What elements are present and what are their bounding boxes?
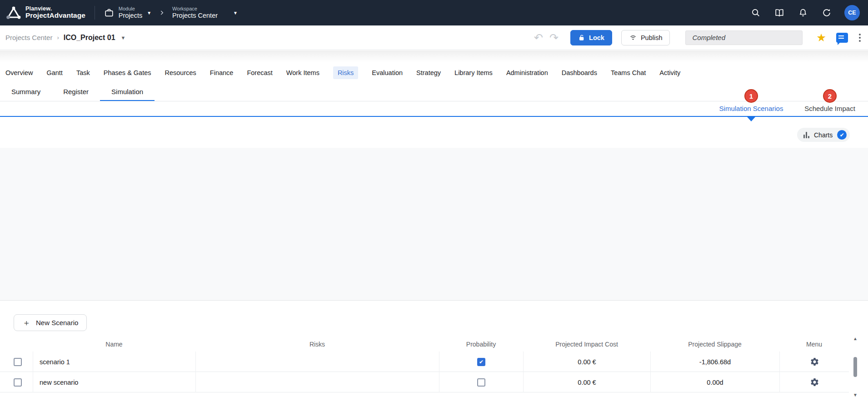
redo-icon[interactable]: ↷: [549, 32, 559, 43]
bar-chart-icon: [803, 132, 809, 138]
step-1-badge: 1: [744, 89, 758, 103]
publish-button[interactable]: Publish: [621, 30, 670, 45]
charts-toggle-label: Charts: [814, 131, 833, 139]
probability-checkbox[interactable]: ✔: [477, 358, 485, 366]
avatar[interactable]: CE: [844, 5, 860, 20]
breadcrumb-root[interactable]: Projects Center: [5, 34, 52, 41]
status-value: Completed: [692, 34, 725, 41]
projected-slippage-cell: 0.00d: [707, 379, 723, 386]
chevron-right-icon: [159, 10, 165, 16]
subtab-simulation[interactable]: Simulation: [100, 83, 155, 101]
top-navbar: Planview. ProjectAdvantage Module Projec…: [0, 0, 868, 25]
nav-divider: [95, 6, 95, 20]
tab-dashboards[interactable]: Dashboards: [562, 66, 597, 79]
plus-icon: ＋: [22, 317, 30, 328]
tab-gantt[interactable]: Gantt: [46, 66, 62, 79]
scenario-name-cell[interactable]: scenario 1: [33, 352, 195, 372]
risks-cell[interactable]: [195, 372, 439, 392]
tab-resources[interactable]: Resources: [165, 66, 196, 79]
column-header-name[interactable]: Name: [33, 341, 195, 348]
table-scrollbar[interactable]: ▲ ▼: [852, 336, 859, 397]
scenario-name-cell[interactable]: new scenario: [33, 372, 195, 392]
wizard-step-2[interactable]: 2 Schedule Impact: [784, 89, 868, 112]
notifications-bell-icon[interactable]: [797, 7, 809, 19]
tab-library-items[interactable]: Library Items: [454, 66, 493, 79]
module-switcher[interactable]: Module Projects ▼: [104, 6, 151, 19]
status-field[interactable]: Completed: [685, 30, 803, 45]
column-header-projected-slippage[interactable]: Projected Slippage: [650, 341, 779, 348]
briefcase-icon: [104, 8, 114, 18]
scroll-down-icon[interactable]: ▼: [853, 392, 858, 397]
risks-cell[interactable]: [195, 352, 439, 372]
projected-impact-cost-cell: 0.00 €: [578, 379, 596, 386]
column-header-probability[interactable]: Probability: [439, 341, 523, 348]
wizard-pointer-triangle: [747, 117, 755, 126]
table-header-row: Name Risks Probability Projected Impact …: [0, 337, 849, 352]
column-header-menu: Menu: [779, 341, 849, 348]
tab-activity[interactable]: Activity: [659, 66, 680, 79]
risks-sub-tab-bar: Summary Register Simulation: [0, 83, 155, 101]
lock-button[interactable]: Lock: [570, 30, 612, 45]
projected-slippage-cell: -1,806.68d: [699, 358, 731, 366]
kebab-menu-icon[interactable]: [859, 34, 861, 42]
subtab-summary[interactable]: Summary: [0, 83, 52, 101]
scrollbar-thumb[interactable]: [853, 357, 857, 377]
probability-checkbox[interactable]: ✔: [477, 378, 485, 387]
gear-icon[interactable]: [810, 357, 819, 367]
tab-risks[interactable]: Risks: [333, 66, 358, 79]
row-select-checkbox[interactable]: ✔: [14, 358, 22, 366]
tab-task[interactable]: Task: [76, 66, 90, 79]
tab-overview[interactable]: Overview: [5, 66, 33, 79]
breadcrumb: Projects Center › ICO_Project 01 ▼: [0, 34, 125, 42]
tab-phases-gates[interactable]: Phases & Gates: [104, 66, 151, 79]
new-scenario-button[interactable]: ＋ New Scenario: [14, 314, 87, 331]
navbar-actions: CE: [750, 5, 868, 20]
column-header-projected-impact-cost[interactable]: Projected Impact Cost: [523, 341, 650, 348]
table-row: ✔ scenario 1 ✔ 0.00 € -1,806.68d: [0, 352, 849, 372]
table-row: ✔ new scenario ✔ 0.00 € 0.00d: [0, 372, 849, 392]
scroll-up-icon[interactable]: ▲: [853, 336, 858, 341]
new-scenario-button-label: New Scenario: [36, 319, 78, 327]
toolbar-actions: ↶ ↷ Lock: [534, 30, 868, 45]
brand-line2: ProjectAdvantage: [25, 12, 85, 19]
publish-broadcast-icon: [629, 34, 637, 41]
planview-logo-icon: [6, 6, 21, 19]
tab-evaluation[interactable]: Evaluation: [372, 66, 403, 79]
library-book-icon[interactable]: [773, 7, 785, 19]
comments-icon[interactable]: [836, 33, 848, 43]
chevron-down-icon[interactable]: ▼: [233, 10, 238, 15]
charts-toggle[interactable]: Charts ✔: [797, 128, 850, 142]
chevron-down-icon[interactable]: ▼: [147, 10, 151, 15]
workspace-value: Projects Center: [172, 12, 218, 20]
breadcrumb-current: ICO_Project 01: [64, 34, 115, 42]
wizard-step-1[interactable]: 1 Simulation Scenarios: [706, 89, 797, 112]
wizard-progress-line: [0, 116, 868, 117]
unlock-icon: [578, 34, 585, 41]
gear-icon[interactable]: [810, 377, 819, 387]
tab-work-items[interactable]: Work Items: [286, 66, 319, 79]
check-circle-icon[interactable]: ✔: [837, 130, 847, 140]
chevron-down-icon[interactable]: ▼: [121, 35, 126, 40]
module-value: Projects: [119, 12, 142, 20]
step-2-label[interactable]: Schedule Impact: [784, 105, 868, 112]
search-icon[interactable]: [750, 7, 762, 19]
subtab-register[interactable]: Register: [52, 83, 100, 101]
tab-strategy[interactable]: Strategy: [416, 66, 441, 79]
refresh-icon[interactable]: [821, 7, 833, 19]
undo-icon[interactable]: ↶: [534, 32, 543, 43]
row-select-checkbox[interactable]: ✔: [14, 378, 22, 387]
brand[interactable]: Planview. ProjectAdvantage: [0, 6, 85, 19]
chart-section: Time Impact Cost Impact 30,000.00d 20,00…: [0, 148, 868, 300]
projected-impact-cost-cell: 0.00 €: [578, 358, 596, 366]
tab-teams-chat[interactable]: Teams Chat: [611, 66, 646, 79]
tab-forecast[interactable]: Forecast: [247, 66, 272, 79]
column-header-risks[interactable]: Risks: [195, 341, 439, 348]
step-1-label[interactable]: Simulation Scenarios: [706, 105, 797, 112]
tab-finance[interactable]: Finance: [210, 66, 234, 79]
main-tab-bar: Overview Gantt Task Phases & Gates Resou…: [0, 63, 868, 83]
tab-administration[interactable]: Administration: [506, 66, 548, 79]
favorite-star-icon[interactable]: ★: [816, 32, 826, 43]
workspace-switcher[interactable]: Workspace Projects Center ▼: [172, 6, 238, 19]
workspace-label: Workspace: [172, 6, 218, 12]
chevron-right-icon: ›: [57, 34, 59, 41]
